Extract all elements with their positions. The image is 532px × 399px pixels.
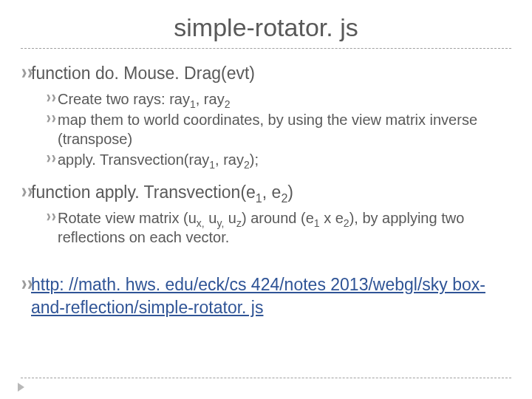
sub-item: ❱❱ map them to world coordinates, by usi… (46, 110, 511, 149)
subscript: 1 (209, 159, 215, 171)
subscript: 2 (281, 191, 287, 205)
chevron-icon: ❱❱ (46, 150, 58, 162)
text-frag: Rotate view matrix (u (58, 210, 197, 226)
sub-text: Rotate view matrix (ux, uy, uz) around (… (58, 208, 511, 247)
subscript: 2 (225, 98, 231, 110)
sub-item: ❱❱ Rotate view matrix (ux, uy, uz) aroun… (46, 208, 511, 247)
chevron-icon: ❱❱ (46, 110, 58, 122)
subscript: 1 (256, 191, 262, 205)
bullet-item-func-dodrag: ❱❱ function do. Mouse. Drag(evt) (21, 62, 511, 85)
text-frag: Create two rays: ray (58, 91, 190, 107)
chevron-icon: ❱❱ (46, 89, 58, 101)
spacer (21, 171, 511, 181)
bullet-item-link: ❱❱ http: //math. hws. edu/eck/cs 424/not… (21, 273, 511, 319)
heading-text: function apply. Transvection(e1, e2) (31, 181, 293, 204)
text-frag: function do. Mouse. Drag(evt) (31, 64, 255, 83)
sub-text: map them to world coordinates, by using … (58, 110, 511, 149)
subscript: 2 (244, 159, 250, 171)
reference-link[interactable]: http: //math. hws. edu/eck/cs 424/notes … (31, 275, 485, 317)
text-frag: function apply. Transvection(e (31, 183, 256, 202)
chevron-icon: ❱❱ (46, 208, 58, 220)
chevron-icon: ❱❱ (21, 62, 31, 78)
divider-bottom (21, 378, 511, 378)
chevron-icon: ❱❱ (21, 181, 31, 197)
sub-item: ❱❱ apply. Transvection(ray1, ray2); (46, 150, 511, 169)
text-frag: ) around (e (242, 210, 314, 226)
text-frag: u (205, 210, 217, 226)
slide: simple-rotator. js ❱❱ function do. Mouse… (0, 0, 532, 399)
text-frag: ) (287, 183, 293, 202)
text-frag: u (224, 210, 236, 226)
text-frag: , ray (196, 91, 225, 107)
divider-top (21, 48, 511, 49)
chevron-icon: ❱❱ (21, 273, 31, 289)
sub-text: apply. Transvection(ray1, ray2); (58, 150, 259, 169)
text-frag: apply. Transvection(ray (58, 151, 209, 168)
triangle-right-icon (18, 383, 24, 392)
slide-title: simple-rotator. js (21, 13, 511, 42)
text-frag: , ray (215, 151, 244, 168)
text-frag: x e (320, 210, 344, 226)
text-frag: ); (250, 151, 259, 168)
sub-item: ❱❱ Create two rays: ray1, ray2 (46, 89, 511, 109)
subscript: y, (216, 217, 224, 229)
subscript: z (236, 217, 242, 229)
content-area: ❱❱ function do. Mouse. Drag(evt) ❱❱ Crea… (21, 62, 511, 378)
link-container: http: //math. hws. edu/eck/cs 424/notes … (31, 273, 511, 319)
heading-text: function do. Mouse. Drag(evt) (31, 62, 255, 85)
subscript: 1 (190, 98, 196, 110)
bullet-item-func-apply: ❱❱ function apply. Transvection(e1, e2) (21, 181, 511, 204)
sub-text: Create two rays: ray1, ray2 (58, 89, 230, 109)
text-frag: , e (262, 183, 282, 202)
subscript: 2 (344, 217, 349, 229)
subscript: 1 (314, 217, 320, 229)
spacer (21, 248, 511, 273)
subscript: x, (197, 217, 205, 229)
